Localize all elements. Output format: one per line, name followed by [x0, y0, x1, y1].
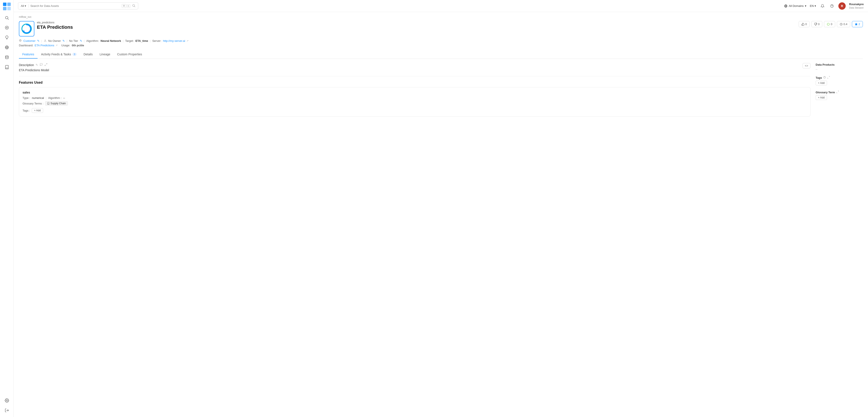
feature-tags-row: Tags : + Add: [23, 108, 807, 113]
svg-rect-1: [7, 3, 11, 6]
tier-edit-icon[interactable]: ✎: [80, 39, 82, 42]
glossary-expand-icon[interactable]: [836, 91, 839, 94]
tab-features[interactable]: Features: [19, 51, 37, 59]
sidebar-icon-globe[interactable]: [3, 43, 11, 52]
downvote-button[interactable]: 0: [811, 21, 822, 27]
tab-custom[interactable]: Custom Properties: [114, 51, 146, 59]
description-comment-icon[interactable]: [40, 63, 43, 67]
help-icon[interactable]: [829, 3, 835, 9]
glossary-term: Supply Chain: [51, 102, 66, 105]
sidebar-icon-settings[interactable]: [3, 396, 11, 405]
search-type-label: All: [21, 4, 24, 7]
owner-edit-icon[interactable]: ✎: [62, 39, 65, 42]
data-products-empty: --: [816, 68, 863, 71]
svg-rect-3: [7, 7, 11, 10]
glossary-chip[interactable]: Supply Chain: [45, 101, 68, 105]
kbd-k: K: [127, 4, 130, 8]
tags-expand-icon[interactable]: [827, 76, 830, 79]
tags-help-icon[interactable]: [823, 76, 826, 79]
tags-add-button[interactable]: + Add: [32, 108, 43, 113]
kbd-cmd: ⌘: [122, 4, 126, 8]
svg-line-31: [45, 65, 46, 66]
glossary-add-button[interactable]: + Add: [816, 95, 827, 100]
entity-title: ETA Predictions: [37, 25, 73, 30]
sidebar-icon-discover[interactable]: [3, 24, 11, 32]
search-icon[interactable]: [132, 4, 135, 8]
domain-selector[interactable]: All Domains ▾: [784, 4, 806, 8]
activity-badge: 3: [72, 53, 76, 56]
star-count: 2: [859, 23, 860, 26]
description-expand2-icon[interactable]: [44, 63, 48, 67]
nav-right: All Domains ▾ EN ▾ R Rounakpre Data Stew…: [784, 2, 864, 10]
svg-point-29: [44, 40, 45, 40]
description-header: Description ✎: [19, 63, 803, 67]
dashboard-external-icon: ↗: [56, 44, 58, 47]
usage-label: Usage: 0th pctile: [61, 44, 84, 47]
sidebar: [0, 0, 14, 417]
tab-lineage[interactable]: Lineage: [96, 51, 114, 59]
meta-row-2: Dashboard: ETA Predictions ↗ Usage: 0th …: [19, 44, 863, 47]
tags-section: Tags + Add: [816, 76, 863, 85]
target-label: Target:: [125, 39, 134, 42]
svg-point-6: [5, 26, 8, 29]
language-selector[interactable]: EN ▾: [810, 4, 816, 7]
data-products-title: Data Products: [816, 63, 863, 66]
feature-meta-type: Type : numerical | Algorithm : --: [23, 96, 807, 99]
sidebar-icon-book[interactable]: [3, 63, 11, 71]
features-section-title: Features Used: [19, 81, 810, 85]
svg-point-15: [133, 4, 134, 6]
main-area: All ▾ ⌘ K All Domains ▾ EN ▾: [14, 0, 868, 417]
algorithm-label: Algorithm: Neural Network: [86, 39, 121, 42]
sidebar-icon-search[interactable]: [3, 14, 11, 22]
domain-label: All Domains: [789, 4, 804, 7]
breadcrumb: mlflow_svc: [19, 15, 863, 19]
server-url[interactable]: http://my-server.ai: [163, 39, 185, 42]
search-type-selector[interactable]: All ▾: [21, 4, 29, 7]
user-name: Rounakpre: [849, 3, 864, 6]
feature-card: sales Type : numerical | Algorithm : -- …: [19, 87, 810, 117]
tabs: Features Activity Feeds & Tasks 3 Detail…: [19, 51, 863, 59]
app-logo[interactable]: [3, 3, 11, 10]
sidebar-icon-database[interactable]: [3, 53, 11, 61]
star-button[interactable]: 2: [852, 21, 863, 27]
svg-line-16: [134, 6, 135, 7]
sidebar-icon-logout[interactable]: [3, 406, 11, 414]
usage-value: 0th pctile: [72, 44, 84, 47]
dashboard-link[interactable]: ETA Predictions: [35, 44, 54, 47]
algorithm-label-text: Algorithm:: [86, 39, 99, 42]
tier-label: No Tier: [69, 39, 78, 42]
svg-point-23: [827, 23, 830, 25]
entity-subtitle: eta_predictions: [37, 21, 73, 24]
svg-line-5: [7, 19, 8, 20]
domain-tag[interactable]: Customer: [23, 39, 35, 42]
tab-activity[interactable]: Activity Feeds & Tasks 3: [37, 51, 80, 59]
expand-button[interactable]: <>: [803, 63, 810, 68]
user-role: Data Steward: [849, 6, 864, 9]
time-count: 0.4: [843, 23, 847, 26]
dashboard-label: Dashboard:: [19, 44, 33, 47]
owner-label: No Owner: [48, 39, 61, 42]
svg-marker-25: [855, 23, 858, 25]
server-label-wrap: Server: http://my-server.ai ↗: [152, 39, 188, 42]
upvote-button[interactable]: 0: [799, 21, 810, 27]
content-area: mlflow_svc eta_predictions ETA Predictio…: [14, 12, 868, 417]
description-label: Description: [19, 63, 34, 67]
search-input[interactable]: [30, 4, 120, 7]
views-button[interactable]: 0: [824, 21, 835, 27]
sidebar-icon-insights[interactable]: [3, 33, 11, 42]
time-button[interactable]: 0.4: [837, 21, 850, 27]
two-col-layout: <> Description ✎ ETA Predictions Model: [19, 63, 863, 117]
search-bar[interactable]: All ▾ ⌘ K: [18, 2, 138, 9]
svg-point-7: [6, 27, 7, 28]
tags-title: Tags: [816, 76, 863, 79]
target-label-wrap: Target: ETA_time: [125, 39, 148, 42]
domain-edit-icon[interactable]: ✎: [37, 39, 39, 42]
tags-label: Tags :: [23, 109, 30, 112]
meta-row-1: Customer ✎ | No Owner ✎ | No Tier ✎ | Al…: [19, 39, 863, 42]
tab-details[interactable]: Details: [80, 51, 96, 59]
search-keyboard-hint: ⌘ K: [122, 4, 130, 8]
description-edit-icon[interactable]: ✎: [36, 63, 38, 66]
tags-side-add-button[interactable]: + Add: [816, 81, 827, 85]
avatar[interactable]: R: [838, 2, 846, 10]
notifications-icon[interactable]: [819, 3, 826, 9]
